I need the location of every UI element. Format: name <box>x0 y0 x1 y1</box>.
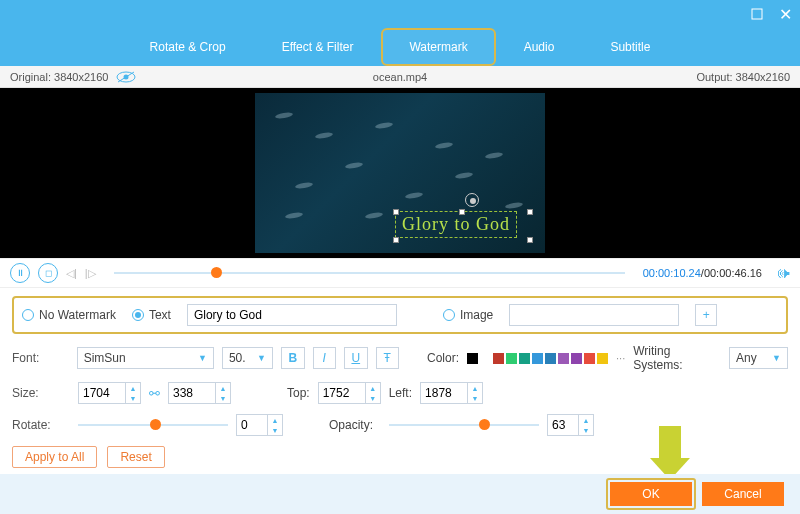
height-input[interactable] <box>169 383 215 403</box>
up-icon[interactable]: ▲ <box>268 415 282 425</box>
color-label: Color: <box>427 351 459 365</box>
radio-text[interactable]: Text <box>132 308 171 322</box>
italic-button[interactable]: I <box>313 347 337 369</box>
opacity-slider[interactable] <box>389 424 539 426</box>
height-spinner[interactable]: ▲▼ <box>168 382 231 404</box>
tab-watermark[interactable]: Watermark <box>381 28 495 66</box>
more-colors[interactable]: ··· <box>616 352 625 364</box>
video-preview: Glory to God <box>0 88 800 258</box>
radio-no-watermark[interactable]: No Watermark <box>22 308 116 322</box>
timecode: 00:00:10.24/00:00:46.16 <box>643 267 762 279</box>
font-size-select[interactable]: 50.▼ <box>222 347 273 369</box>
color-swatch[interactable] <box>506 353 517 364</box>
opacity-input[interactable] <box>548 415 578 435</box>
resize-handle[interactable] <box>393 209 399 215</box>
left-spinner[interactable]: ▲▼ <box>420 382 483 404</box>
watermark-text-input[interactable] <box>187 304 397 326</box>
writing-systems-label: Writing Systems: <box>633 344 721 372</box>
color-swatch[interactable] <box>545 353 556 364</box>
color-swatch[interactable] <box>558 353 569 364</box>
down-icon[interactable]: ▼ <box>268 425 282 435</box>
watermark-image-input[interactable] <box>509 304 679 326</box>
tab-audio[interactable]: Audio <box>496 28 583 66</box>
apply-all-button[interactable]: Apply to All <box>12 446 97 468</box>
reset-button[interactable]: Reset <box>107 446 164 468</box>
resize-handle[interactable] <box>459 209 465 215</box>
width-spinner[interactable]: ▲▼ <box>78 382 141 404</box>
timeline-knob[interactable] <box>211 267 222 278</box>
width-input[interactable] <box>79 383 125 403</box>
color-swatch[interactable] <box>597 353 608 364</box>
opacity-spinner[interactable]: ▲▼ <box>547 414 594 436</box>
stop-button[interactable]: ◻ <box>38 263 58 283</box>
resize-handle[interactable] <box>527 209 533 215</box>
font-row: Font: SimSun▼ 50.▼ B I U Ŧ Color: ··· Wr… <box>12 344 788 372</box>
footer: OK Cancel <box>0 474 800 514</box>
info-bar: Original: 3840x2160 ocean.mp4 Output: 38… <box>0 66 800 88</box>
rotate-slider[interactable] <box>78 424 228 426</box>
up-icon[interactable]: ▲ <box>216 383 230 393</box>
left-input[interactable] <box>421 383 467 403</box>
original-res-label: Original: 3840x2160 <box>10 71 108 83</box>
tab-subtitle[interactable]: Subtitle <box>582 28 678 66</box>
close-button[interactable]: ✕ <box>778 7 792 21</box>
rotate-input[interactable] <box>237 415 267 435</box>
radio-label: Text <box>149 308 171 322</box>
color-swatch[interactable] <box>571 353 582 364</box>
tab-bar: Rotate & Crop Effect & Filter Watermark … <box>0 28 800 66</box>
up-icon[interactable]: ▲ <box>579 415 593 425</box>
color-swatch[interactable] <box>493 353 504 364</box>
font-family-select[interactable]: SimSun▼ <box>77 347 214 369</box>
watermark-overlay[interactable]: Glory to God <box>395 211 517 238</box>
slider-knob[interactable] <box>479 419 490 430</box>
tab-rotate-crop[interactable]: Rotate & Crop <box>122 28 254 66</box>
color-swatch[interactable] <box>532 353 543 364</box>
down-icon[interactable]: ▼ <box>468 393 482 403</box>
prev-frame-button[interactable]: ◁| <box>66 267 77 280</box>
up-icon[interactable]: ▲ <box>366 383 380 393</box>
writing-systems-select[interactable]: Any▼ <box>729 347 788 369</box>
resize-handle[interactable] <box>393 237 399 243</box>
action-row: Apply to All Reset <box>0 446 800 468</box>
next-frame-button[interactable]: |▷ <box>85 267 96 280</box>
color-swatches <box>467 353 608 364</box>
up-icon[interactable]: ▲ <box>468 383 482 393</box>
add-image-button[interactable]: + <box>695 304 717 326</box>
slider-knob[interactable] <box>150 419 161 430</box>
rotate-label: Rotate: <box>12 418 70 432</box>
radio-image[interactable]: Image <box>443 308 493 322</box>
up-icon[interactable]: ▲ <box>126 383 140 393</box>
ok-button[interactable]: OK <box>610 482 692 506</box>
color-swatch[interactable] <box>467 353 478 364</box>
playback-controls: ⏸ ◻ ◁| |▷ 00:00:10.24/00:00:46.16 🕪 <box>0 258 800 288</box>
size-label: Size: <box>12 386 70 400</box>
rotate-handle-icon[interactable] <box>465 193 479 207</box>
volume-icon[interactable]: 🕪 <box>776 265 790 281</box>
watermark-type-row: No Watermark Text Image + <box>12 296 788 334</box>
svg-rect-0 <box>752 9 762 19</box>
down-icon[interactable]: ▼ <box>126 393 140 403</box>
font-label: Font: <box>12 351 69 365</box>
bold-button[interactable]: B <box>281 347 305 369</box>
link-dimensions-icon[interactable]: ⚯ <box>149 386 160 401</box>
cancel-button[interactable]: Cancel <box>702 482 784 506</box>
tab-effect-filter[interactable]: Effect & Filter <box>254 28 382 66</box>
down-icon[interactable]: ▼ <box>366 393 380 403</box>
top-spinner[interactable]: ▲▼ <box>318 382 381 404</box>
down-icon[interactable]: ▼ <box>579 425 593 435</box>
color-swatch[interactable] <box>519 353 530 364</box>
strike-button[interactable]: Ŧ <box>376 347 400 369</box>
radio-label: Image <box>460 308 493 322</box>
rotate-spinner[interactable]: ▲▼ <box>236 414 283 436</box>
color-swatch[interactable] <box>584 353 595 364</box>
underline-button[interactable]: U <box>344 347 368 369</box>
preview-toggle-icon[interactable] <box>116 71 136 83</box>
resize-handle[interactable] <box>527 237 533 243</box>
top-input[interactable] <box>319 383 365 403</box>
timeline-slider[interactable] <box>114 272 625 274</box>
minimize-button[interactable] <box>750 7 764 21</box>
pause-button[interactable]: ⏸ <box>10 263 30 283</box>
preview-frame[interactable]: Glory to God <box>255 93 545 253</box>
color-swatch[interactable] <box>480 353 491 364</box>
down-icon[interactable]: ▼ <box>216 393 230 403</box>
